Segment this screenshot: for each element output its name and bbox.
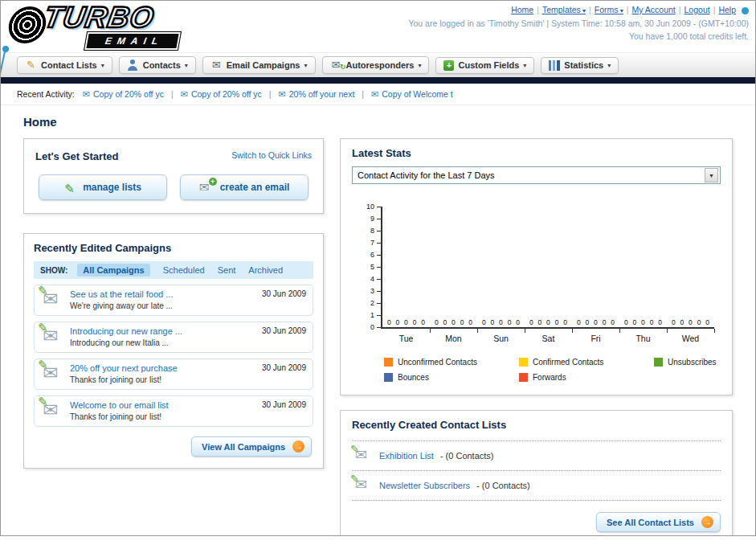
view-all-campaigns-button[interactable]: View All Campaigns xyxy=(191,436,312,457)
chart-value-labels: 00000 xyxy=(525,318,572,326)
tab-label: Contacts xyxy=(143,60,181,70)
list-pencil-icon xyxy=(353,448,373,464)
tab-autoresponders[interactable]: Autoresponders▾ xyxy=(322,56,430,74)
x-tick-label: Tue xyxy=(382,334,430,343)
tab-contact-lists[interactable]: Contact Lists▾ xyxy=(17,56,112,74)
filter-scheduled[interactable]: Scheduled xyxy=(163,265,205,275)
campaign-info: Welcome to our email listThanks for join… xyxy=(70,400,249,421)
top-nav-my-account[interactable]: My Account xyxy=(632,5,676,14)
chart-category-group: 00000 xyxy=(525,207,572,327)
campaign-row: Introducing our new range ...Introducing… xyxy=(34,322,313,353)
chart-value-labels: 00000 xyxy=(667,318,714,326)
left-column: Let's Get Started Switch to Quick Links … xyxy=(23,138,324,469)
campaign-title-link[interactable]: See us at the retail food ... xyxy=(70,289,249,299)
filter-archived[interactable]: Archived xyxy=(248,265,283,275)
list-pencil-icon xyxy=(353,477,373,494)
campaign-subject: We're giving away our late ... xyxy=(70,301,249,310)
campaign-date: 30 Jun 2009 xyxy=(262,326,306,335)
recent-activity-link: 20% off your next xyxy=(289,89,355,99)
logo[interactable]: TURBO EMAIL xyxy=(9,2,210,51)
see-all-contact-lists-label: See All Contact Lists xyxy=(607,518,694,527)
y-tick-label: 2 xyxy=(370,299,374,307)
latest-stats-panel: Latest Stats Contact Activity for the La… xyxy=(340,138,733,395)
session-info: You are logged in as 'Timothy Smith' | S… xyxy=(408,18,749,29)
manage-lists-button[interactable]: manage lists xyxy=(39,174,167,200)
chevron-down-icon: ▾ xyxy=(619,7,623,14)
contact-list-link[interactable]: Newsletter Subscribers xyxy=(379,481,470,490)
tab-custom-fields[interactable]: Custom Fields▾ xyxy=(435,57,534,74)
campaign-title-link[interactable]: 20% off your next purchase xyxy=(70,363,249,373)
legend-item: Forwards xyxy=(519,373,654,382)
campaign-row: Welcome to our email listThanks for join… xyxy=(34,395,313,427)
chart-category-group: 00000 xyxy=(619,207,667,327)
recent-activity-item[interactable]: ✉Copy of 20% off yc xyxy=(83,89,164,100)
nav-divider-bar xyxy=(1,77,755,84)
contact-activity-chart: 109876543210 000000000000000000000000000… xyxy=(362,207,714,382)
chart-category-group: 00000 xyxy=(572,207,619,327)
activity-period-select[interactable]: Contact Activity for the Last 7 Days xyxy=(352,166,721,184)
chart-category-group: 00000 xyxy=(382,207,430,327)
chart-category-group: 00000 xyxy=(667,207,714,327)
legend-item: Unconfirmed Contacts xyxy=(384,358,519,367)
recent-activity-item[interactable]: ✉20% off your next xyxy=(279,89,355,100)
top-nav-logout[interactable]: Logout xyxy=(684,5,710,14)
campaign-subject: Introducing our new Italia ... xyxy=(70,338,249,347)
contact-lists-icon xyxy=(25,59,37,71)
y-tick-label: 3 xyxy=(370,287,374,295)
chevron-down-icon: ▾ xyxy=(523,62,526,69)
recent-activity-item[interactable]: ✉Copy of Welcome t xyxy=(371,89,453,100)
campaign-filters: All CampaignsScheduledSentArchived xyxy=(77,265,283,275)
recent-activity-item[interactable]: ✉Copy of 20% off yc xyxy=(181,89,262,100)
logo-text-primary: TURBO xyxy=(41,1,157,35)
campaign-subject: Thanks for joining our list! xyxy=(70,375,249,384)
get-started-panel: Let's Get Started Switch to Quick Links … xyxy=(23,138,324,214)
tab-label: Email Campaigns xyxy=(227,60,300,70)
chevron-down-icon: ▾ xyxy=(185,62,188,69)
filter-sent[interactable]: Sent xyxy=(218,265,236,275)
x-tick-label: Sat xyxy=(525,334,572,343)
x-tick-label: Mon xyxy=(430,334,477,343)
chart-y-axis: 109876543210 xyxy=(362,207,381,327)
chart-value-labels: 00000 xyxy=(477,318,525,326)
filter-all-campaigns[interactable]: All Campaigns xyxy=(77,264,149,277)
right-column: Latest Stats Contact Activity for the La… xyxy=(340,138,733,536)
y-tick-label: 6 xyxy=(370,251,374,259)
credits-info: You have 1,000 total credits left. xyxy=(408,31,749,42)
x-tick-label: Wed xyxy=(667,334,714,343)
top-nav-templates[interactable]: Templates ▾ xyxy=(542,5,586,14)
campaign-info: See us at the retail food ...We're givin… xyxy=(70,289,249,310)
x-tick-label: Sun xyxy=(477,334,525,343)
contact-list-items: Exhibition List- (0 Contacts)Newsletter … xyxy=(352,440,721,501)
top-nav-home[interactable]: Home xyxy=(511,5,533,14)
campaign-subject: Thanks for joining our list! xyxy=(70,412,249,421)
chevron-down-icon: ▾ xyxy=(607,62,611,69)
page-title: Home xyxy=(23,115,733,129)
contact-list-link[interactable]: Exhibition List xyxy=(379,451,434,461)
y-tick-label: 9 xyxy=(370,215,374,223)
see-all-contact-lists-button[interactable]: See All Contact Lists xyxy=(596,512,721,532)
y-tick-label: 10 xyxy=(366,203,374,211)
top-nav-help[interactable]: Help xyxy=(718,5,736,14)
top-nav-forms[interactable]: Forms ▾ xyxy=(595,5,623,14)
campaign-filterbar: SHOW: All CampaignsScheduledSentArchived xyxy=(34,261,313,279)
create-email-button[interactable]: create an email xyxy=(180,174,309,200)
switch-quick-links-link[interactable]: Switch to Quick Links xyxy=(231,150,312,160)
campaign-title-link[interactable]: Introducing our new range ... xyxy=(70,326,249,336)
tab-email-campaigns[interactable]: Email Campaigns▾ xyxy=(202,56,316,74)
manage-lists-label: manage lists xyxy=(83,182,141,193)
tab-label: Custom Fields xyxy=(458,60,519,70)
legend-swatch xyxy=(519,373,528,382)
campaign-row: 20% off your next purchaseThanks for joi… xyxy=(34,358,313,390)
y-tick-label: 0 xyxy=(370,323,374,331)
campaign-row: See us at the retail food ...We're givin… xyxy=(34,285,313,316)
tab-contacts[interactable]: Contacts▾ xyxy=(119,56,196,74)
tab-statistics[interactable]: Statistics▾ xyxy=(541,57,619,74)
contact-list-item: Newsletter Subscribers- (0 Contacts) xyxy=(352,471,721,501)
chart-category-group: 00000 xyxy=(477,207,525,327)
contact-list-count: - (0 Contacts) xyxy=(476,481,530,490)
header: TURBO EMAIL Home|Templates ▾|Forms ▾|My … xyxy=(1,1,755,52)
legend-item: Unsubscribes xyxy=(654,358,717,367)
campaign-title-link[interactable]: Welcome to our email list xyxy=(70,400,249,410)
turbo-email-app: TURBO EMAIL Home|Templates ▾|Forms ▾|My … xyxy=(0,0,756,536)
campaign-envelope-icon xyxy=(41,363,63,384)
